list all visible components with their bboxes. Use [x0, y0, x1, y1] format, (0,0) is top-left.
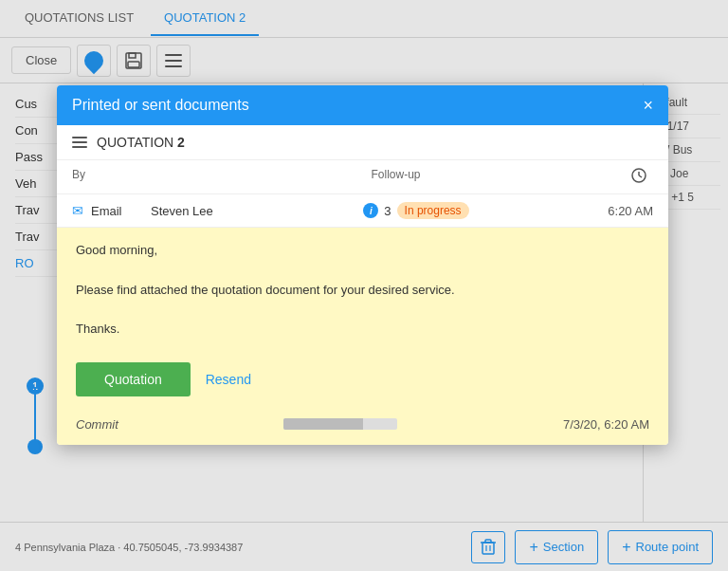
email-time: 6:20 AM — [577, 204, 653, 218]
commit-date: 7/3/20, 6:20 AM — [563, 417, 649, 432]
commit-label: Commit — [76, 417, 118, 432]
email-icon: ✉ — [72, 203, 83, 218]
commit-bar — [283, 418, 397, 430]
status-badge: In progress — [397, 202, 469, 219]
modal-printed-documents: Printed or sent documents × QUOTATION 2 … — [57, 85, 668, 445]
modal-sub-title-prefix: QUOTATION — [97, 135, 177, 150]
email-line1: Good morning, — [76, 241, 649, 261]
followup-area: i 3 In progress — [263, 202, 570, 219]
modal-overlay: Printed or sent documents × QUOTATION 2 … — [0, 0, 728, 571]
modal-header: Printed or sent documents × — [57, 85, 668, 125]
modal-title: Printed or sent documents — [72, 97, 249, 114]
email-actions: Quotation Resend — [57, 353, 668, 410]
col-by-header: By — [72, 168, 243, 186]
commit-bar-fill — [283, 418, 363, 430]
modal-close-button[interactable]: × — [643, 97, 653, 114]
modal-table-header: By Follow-up — [57, 160, 668, 194]
modal-sub-header: QUOTATION 2 — [57, 125, 668, 160]
email-row: ✉ Email Steven Lee i 3 In progress 6:20 … — [57, 194, 668, 228]
followup-count: 3 — [384, 204, 391, 218]
modal-sub-title-bold: 2 — [177, 135, 185, 150]
email-label: Email — [91, 204, 143, 218]
modal-menu-icon[interactable] — [72, 137, 87, 148]
email-body: Good morning, Please find attached the q… — [57, 228, 668, 353]
svg-line-10 — [639, 175, 642, 177]
quotation-button[interactable]: Quotation — [76, 362, 191, 396]
modal-sub-title: QUOTATION 2 — [97, 135, 185, 150]
col-followup-header: Follow-up — [243, 168, 549, 186]
email-line2: Please find attached the quotation docum… — [76, 281, 649, 301]
resend-button[interactable]: Resend — [206, 372, 251, 387]
info-icon: i — [363, 203, 378, 218]
commit-row: Commit 7/3/20, 6:20 AM — [57, 410, 668, 445]
col-time-header — [549, 168, 625, 186]
email-sender: Steven Lee — [151, 204, 255, 218]
email-line3: Thanks. — [76, 320, 649, 340]
col-clock-header — [625, 168, 653, 186]
